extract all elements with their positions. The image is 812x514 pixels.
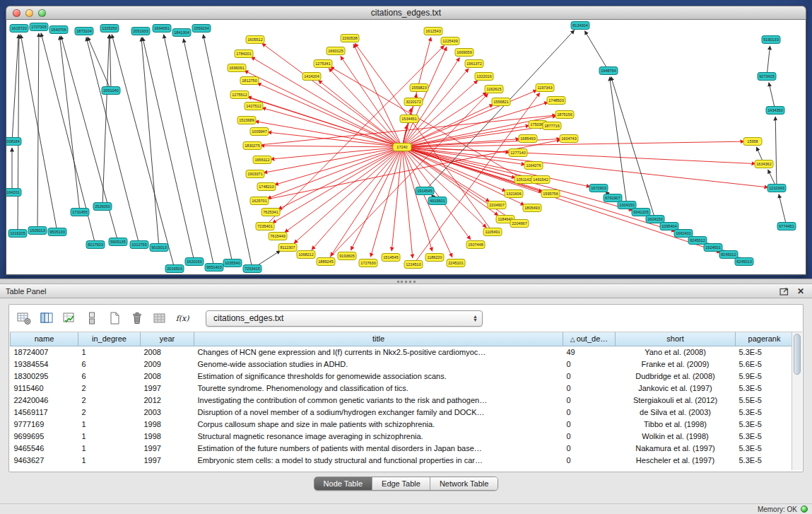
close-window-button[interactable] bbox=[13, 9, 20, 17]
graph-node[interactable]: 2204907 bbox=[488, 201, 506, 209]
network-canvas[interactable]: 1724016055121784201169609118127501275512… bbox=[6, 20, 806, 275]
citation-edge-black[interactable] bbox=[59, 36, 80, 212]
graph-node[interactable]: 7625341 bbox=[261, 209, 280, 216]
cell-short[interactable]: Nakamura et al. (1997) bbox=[616, 442, 736, 454]
graph-node[interactable]: 1304150 bbox=[618, 201, 636, 209]
graph-node[interactable]: 2245101 bbox=[447, 259, 465, 267]
column-header-title[interactable]: title bbox=[194, 332, 563, 346]
citation-edge-red[interactable] bbox=[402, 147, 413, 258]
graph-node[interactable]: 9505133 bbox=[48, 228, 66, 236]
citation-edge-black[interactable] bbox=[143, 37, 194, 262]
citation-edge-black[interactable] bbox=[779, 194, 787, 226]
graph-node[interactable]: 1604743 bbox=[560, 135, 578, 143]
graph-node[interactable]: 1784201 bbox=[235, 50, 253, 58]
cell-in_degree[interactable]: 2 bbox=[78, 406, 141, 418]
graph-node[interactable]: 1534451 bbox=[400, 115, 418, 123]
graph-node[interactable]: 4919501 bbox=[428, 197, 447, 205]
cell-pagerank[interactable]: 5.9E-5 bbox=[736, 370, 794, 382]
citation-edge-black[interactable] bbox=[18, 35, 19, 233]
add-column-icon[interactable] bbox=[60, 309, 78, 327]
cell-out_degree[interactable]: 0 bbox=[563, 454, 616, 466]
cell-short[interactable]: Hescheler et al. (1997) bbox=[616, 454, 736, 466]
citation-edge-black[interactable] bbox=[184, 39, 233, 263]
merge-table-icon[interactable] bbox=[151, 309, 169, 327]
graph-node[interactable]: 1224510 bbox=[404, 261, 423, 269]
graph-node[interactable]: 1225439 bbox=[441, 37, 459, 45]
cell-year[interactable]: 2008 bbox=[141, 370, 194, 382]
cell-out_degree[interactable]: 0 bbox=[563, 442, 616, 454]
table-row[interactable]: 2242004622012Investigating the contribut… bbox=[11, 394, 794, 406]
cell-short[interactable]: Stergiakouli et al. (2012) bbox=[616, 394, 736, 406]
scrollbar-thumb[interactable] bbox=[794, 334, 801, 375]
cell-out_degree[interactable]: 0 bbox=[563, 418, 616, 430]
graph-node[interactable]: 8134304 bbox=[571, 22, 589, 30]
graph-node[interactable]: 2204967 bbox=[510, 220, 529, 228]
graph-node[interactable]: 1556821 bbox=[492, 98, 510, 106]
cell-name[interactable]: 18300295 bbox=[11, 370, 78, 382]
citation-edge-black[interactable] bbox=[610, 77, 627, 205]
cell-pagerank[interactable]: 5.3E-5 bbox=[736, 406, 794, 418]
citation-edge-red[interactable] bbox=[312, 147, 402, 250]
citation-edge-black[interactable] bbox=[88, 37, 111, 90]
graph-node[interactable]: 1009947 bbox=[250, 128, 269, 136]
column-header-out_degree[interactable]: △out_de… bbox=[563, 332, 616, 346]
graph-node[interactable]: 1210343 bbox=[767, 185, 786, 192]
citation-edge-red[interactable] bbox=[370, 147, 402, 257]
graph-node[interactable]: 1924501 bbox=[704, 244, 722, 252]
citation-edge-black[interactable] bbox=[425, 30, 575, 191]
graph-node[interactable]: 1427512 bbox=[245, 103, 263, 110]
cell-pagerank[interactable]: 5.3E-5 bbox=[736, 442, 794, 454]
graph-node[interactable]: 1164201 bbox=[6, 189, 21, 197]
citation-edge-black[interactable] bbox=[164, 35, 214, 267]
cell-short[interactable]: Dudbridge et al. (2008) bbox=[616, 370, 736, 382]
graph-node[interactable]: 1321606 bbox=[505, 190, 523, 198]
new-file-icon[interactable] bbox=[105, 309, 124, 327]
graph-node[interactable]: 1595756 bbox=[541, 190, 560, 198]
cell-out_degree[interactable]: 0 bbox=[563, 370, 616, 382]
citation-edge-red[interactable] bbox=[402, 147, 486, 228]
graph-node[interactable]: 1696091 bbox=[228, 64, 246, 72]
graph-node[interactable]: 1669059 bbox=[455, 49, 473, 57]
column-header-year[interactable]: year bbox=[141, 332, 194, 346]
graph-node[interactable]: 1634362 bbox=[755, 160, 773, 168]
cell-out_degree[interactable]: 0 bbox=[563, 406, 616, 418]
graph-node[interactable]: 1604150 bbox=[646, 216, 664, 223]
citation-edge-red[interactable] bbox=[294, 147, 402, 243]
graph-node[interactable]: 1612543 bbox=[424, 28, 442, 35]
cell-in_degree[interactable]: 1 bbox=[78, 346, 141, 358]
cell-year[interactable]: 1997 bbox=[141, 382, 194, 394]
cell-in_degree[interactable]: 6 bbox=[78, 358, 141, 370]
cell-in_degree[interactable]: 1 bbox=[78, 454, 141, 466]
citation-network-graph[interactable]: 1724016055121784201169609118127501275512… bbox=[6, 20, 801, 274]
cell-title[interactable]: Disruption of a novel member of a sodium… bbox=[194, 406, 563, 418]
table-row[interactable]: 969969511998Structural magnetic resonanc… bbox=[11, 430, 794, 442]
graph-node[interactable]: 5905135 bbox=[109, 238, 127, 246]
graph-node[interactable]: 7253415 bbox=[243, 265, 261, 273]
graph-node[interactable]: 1830275 bbox=[243, 142, 261, 150]
cell-short[interactable]: Yano et al. (2008) bbox=[616, 346, 736, 358]
citation-edge-black[interactable] bbox=[20, 35, 57, 232]
cell-title[interactable]: Genome-wide association studies in ADHD. bbox=[194, 358, 563, 370]
cell-year[interactable]: 2012 bbox=[141, 394, 194, 406]
close-panel-icon[interactable]: ✕ bbox=[795, 286, 806, 296]
graph-node[interactable]: 1008184 bbox=[6, 138, 21, 146]
cell-in_degree[interactable]: 1 bbox=[78, 418, 141, 430]
column-header-in_degree[interactable]: in_degree bbox=[78, 332, 141, 346]
graph-node[interactable]: 7235401 bbox=[256, 223, 274, 230]
cell-name[interactable]: 19384554 bbox=[11, 358, 78, 370]
network-window-titlebar[interactable]: citations_edges.txt bbox=[6, 6, 806, 20]
function-builder-icon[interactable]: f(x) bbox=[173, 309, 192, 327]
citation-edge-red[interactable] bbox=[240, 95, 543, 192]
graph-node[interactable]: 1625701 bbox=[250, 197, 269, 205]
graph-node[interactable]: 1559234 bbox=[192, 25, 211, 33]
citation-edge-red[interactable] bbox=[261, 146, 402, 147]
graph-node[interactable]: 1051142 bbox=[514, 176, 533, 184]
graph-node[interactable]: 1873104 bbox=[75, 28, 93, 35]
graph-node[interactable]: 9015013 bbox=[150, 244, 168, 252]
graph-node[interactable]: 1889245 bbox=[317, 258, 335, 266]
cell-out_degree[interactable]: 49 bbox=[563, 346, 616, 358]
cell-year[interactable]: 2008 bbox=[141, 346, 194, 358]
cell-title[interactable]: Structural magnetic resonance image aver… bbox=[194, 430, 563, 442]
graph-node[interactable]: 1105491 bbox=[483, 228, 502, 236]
graph-node[interactable]: 1805493 bbox=[523, 204, 541, 212]
